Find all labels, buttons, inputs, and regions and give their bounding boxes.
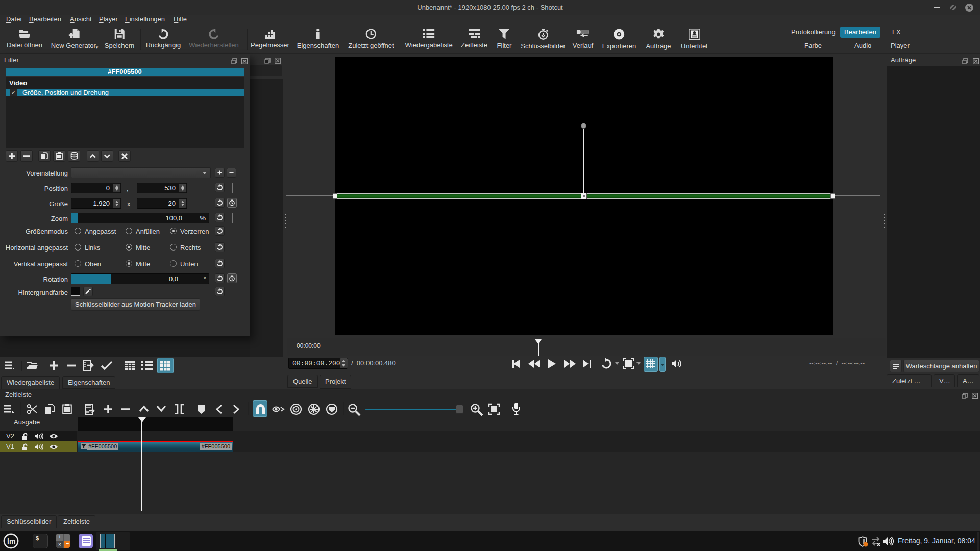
svg-text:lm: lm (7, 537, 15, 545)
